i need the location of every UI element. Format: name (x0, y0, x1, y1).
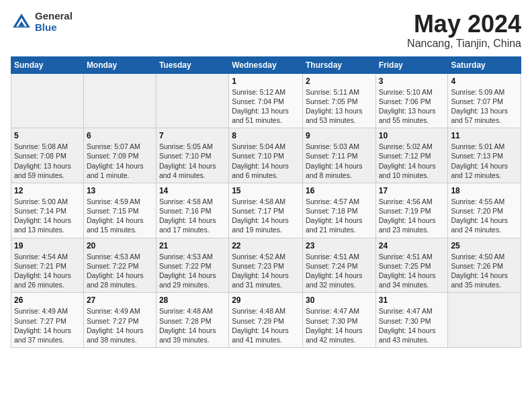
day-detail: Sunrise: 4:49 AMSunset: 7:27 PMDaylight:… (14, 306, 81, 345)
calendar-cell: 18Sunrise: 4:55 AMSunset: 7:20 PMDayligh… (448, 183, 521, 238)
day-detail: Sunrise: 5:07 AMSunset: 7:09 PMDaylight:… (87, 142, 153, 180)
calendar-cell: 19Sunrise: 4:54 AMSunset: 7:21 PMDayligh… (11, 238, 84, 293)
weekday-header-sunday: Sunday (11, 56, 84, 73)
calendar-cell: 22Sunrise: 4:52 AMSunset: 7:23 PMDayligh… (229, 238, 303, 293)
day-number: 7 (159, 131, 226, 140)
calendar-cell (83, 73, 156, 128)
logo-icon (11, 11, 32, 33)
day-detail: Sunrise: 5:04 AMSunset: 7:10 PMDaylight:… (232, 142, 300, 180)
day-detail: Sunrise: 4:52 AMSunset: 7:23 PMDaylight:… (232, 252, 300, 290)
calendar-cell: 29Sunrise: 4:48 AMSunset: 7:29 PMDayligh… (229, 293, 303, 348)
calendar-cell: 21Sunrise: 4:53 AMSunset: 7:22 PMDayligh… (156, 238, 228, 293)
day-detail: Sunrise: 5:08 AMSunset: 7:08 PMDaylight:… (14, 142, 81, 180)
day-number: 16 (306, 186, 373, 195)
weekday-header-row: SundayMondayTuesdayWednesdayThursdayFrid… (11, 56, 521, 73)
day-number: 15 (232, 186, 300, 195)
day-number: 12 (14, 186, 81, 195)
day-detail: Sunrise: 4:59 AMSunset: 7:15 PMDaylight:… (87, 197, 153, 235)
day-number: 21 (159, 241, 226, 250)
location-label: Nancang, Tianjin, China (407, 38, 521, 50)
day-detail: Sunrise: 4:51 AMSunset: 7:25 PMDaylight:… (379, 252, 445, 290)
calendar-cell: 27Sunrise: 4:49 AMSunset: 7:27 PMDayligh… (83, 293, 156, 348)
calendar-cell: 8Sunrise: 5:04 AMSunset: 7:10 PMDaylight… (229, 128, 303, 183)
calendar-cell (156, 73, 228, 128)
calendar-cell: 23Sunrise: 4:51 AMSunset: 7:24 PMDayligh… (302, 238, 375, 293)
calendar-cell: 1Sunrise: 5:12 AMSunset: 7:04 PMDaylight… (229, 73, 303, 128)
day-detail: Sunrise: 4:54 AMSunset: 7:21 PMDaylight:… (14, 252, 81, 290)
day-number: 18 (451, 186, 518, 195)
day-number: 10 (379, 131, 445, 140)
day-detail: Sunrise: 4:48 AMSunset: 7:29 PMDaylight:… (232, 306, 300, 345)
day-number: 24 (379, 241, 445, 250)
day-detail: Sunrise: 4:47 AMSunset: 7:30 PMDaylight:… (379, 306, 445, 345)
calendar-cell: 2Sunrise: 5:11 AMSunset: 7:05 PMDaylight… (302, 73, 375, 128)
day-number: 13 (87, 186, 153, 195)
calendar-cell: 10Sunrise: 5:02 AMSunset: 7:12 PMDayligh… (375, 128, 448, 183)
day-detail: Sunrise: 4:56 AMSunset: 7:19 PMDaylight:… (379, 197, 445, 235)
day-number: 22 (232, 241, 300, 250)
day-detail: Sunrise: 5:12 AMSunset: 7:04 PMDaylight:… (232, 87, 300, 126)
day-detail: Sunrise: 4:58 AMSunset: 7:17 PMDaylight:… (232, 197, 300, 235)
calendar-cell (448, 293, 521, 348)
weekday-header-wednesday: Wednesday (229, 56, 303, 73)
calendar-cell: 12Sunrise: 5:00 AMSunset: 7:14 PMDayligh… (11, 183, 84, 238)
day-detail: Sunrise: 5:00 AMSunset: 7:14 PMDaylight:… (14, 197, 81, 235)
weekday-header-saturday: Saturday (448, 56, 521, 73)
day-number: 26 (14, 295, 81, 305)
weekday-header-thursday: Thursday (302, 56, 375, 73)
day-detail: Sunrise: 4:53 AMSunset: 7:22 PMDaylight:… (159, 252, 226, 290)
calendar-table: SundayMondayTuesdayWednesdayThursdayFrid… (11, 56, 521, 348)
calendar-cell: 17Sunrise: 4:56 AMSunset: 7:19 PMDayligh… (375, 183, 448, 238)
logo: General Blue (11, 11, 73, 33)
page-header: General Blue May 2024 Nancang, Tianjin, … (11, 11, 521, 50)
day-number: 19 (14, 241, 81, 250)
day-detail: Sunrise: 4:47 AMSunset: 7:30 PMDaylight:… (306, 306, 373, 345)
day-detail: Sunrise: 4:58 AMSunset: 7:16 PMDaylight:… (159, 197, 226, 235)
day-detail: Sunrise: 5:02 AMSunset: 7:12 PMDaylight:… (379, 142, 445, 180)
calendar-cell: 31Sunrise: 4:47 AMSunset: 7:30 PMDayligh… (375, 293, 448, 348)
day-detail: Sunrise: 4:57 AMSunset: 7:18 PMDaylight:… (306, 197, 373, 235)
logo-blue-label: Blue (35, 22, 73, 34)
day-detail: Sunrise: 4:53 AMSunset: 7:22 PMDaylight:… (87, 252, 153, 290)
day-detail: Sunrise: 4:55 AMSunset: 7:20 PMDaylight:… (451, 197, 518, 235)
week-row-4: 19Sunrise: 4:54 AMSunset: 7:21 PMDayligh… (11, 238, 521, 293)
calendar-cell: 20Sunrise: 4:53 AMSunset: 7:22 PMDayligh… (83, 238, 156, 293)
calendar-cell: 14Sunrise: 4:58 AMSunset: 7:16 PMDayligh… (156, 183, 228, 238)
weekday-header-friday: Friday (375, 56, 448, 73)
calendar-cell: 16Sunrise: 4:57 AMSunset: 7:18 PMDayligh… (302, 183, 375, 238)
day-number: 6 (87, 131, 153, 140)
day-detail: Sunrise: 4:51 AMSunset: 7:24 PMDaylight:… (306, 252, 373, 290)
weekday-header-monday: Monday (83, 56, 156, 73)
day-number: 20 (87, 241, 153, 250)
day-number: 8 (232, 131, 300, 140)
calendar-cell: 7Sunrise: 5:05 AMSunset: 7:10 PMDaylight… (156, 128, 228, 183)
day-number: 28 (159, 295, 226, 305)
weekday-header-tuesday: Tuesday (156, 56, 228, 73)
day-detail: Sunrise: 4:49 AMSunset: 7:27 PMDaylight:… (87, 306, 153, 345)
calendar-cell (11, 73, 84, 128)
day-number: 14 (159, 186, 226, 195)
day-number: 30 (306, 295, 373, 305)
calendar-cell: 15Sunrise: 4:58 AMSunset: 7:17 PMDayligh… (229, 183, 303, 238)
day-number: 5 (14, 131, 81, 140)
month-year-title: May 2024 (407, 11, 521, 38)
week-row-3: 12Sunrise: 5:00 AMSunset: 7:14 PMDayligh… (11, 183, 521, 238)
calendar-cell: 4Sunrise: 5:09 AMSunset: 7:07 PMDaylight… (448, 73, 521, 128)
week-row-2: 5Sunrise: 5:08 AMSunset: 7:08 PMDaylight… (11, 128, 521, 183)
day-detail: Sunrise: 5:11 AMSunset: 7:05 PMDaylight:… (306, 87, 373, 126)
day-number: 9 (306, 131, 373, 140)
calendar-cell: 3Sunrise: 5:10 AMSunset: 7:06 PMDaylight… (375, 73, 448, 128)
logo-general-label: General (35, 11, 73, 22)
calendar-cell: 24Sunrise: 4:51 AMSunset: 7:25 PMDayligh… (375, 238, 448, 293)
calendar-cell: 11Sunrise: 5:01 AMSunset: 7:13 PMDayligh… (448, 128, 521, 183)
day-detail: Sunrise: 4:48 AMSunset: 7:28 PMDaylight:… (159, 306, 226, 345)
day-number: 1 (232, 77, 300, 86)
day-number: 2 (306, 77, 373, 86)
day-detail: Sunrise: 4:50 AMSunset: 7:26 PMDaylight:… (451, 252, 518, 290)
day-number: 29 (232, 295, 300, 305)
day-number: 4 (451, 77, 518, 86)
logo-text: General Blue (35, 11, 73, 33)
day-number: 11 (451, 131, 518, 140)
day-number: 25 (451, 241, 518, 250)
day-number: 23 (306, 241, 373, 250)
